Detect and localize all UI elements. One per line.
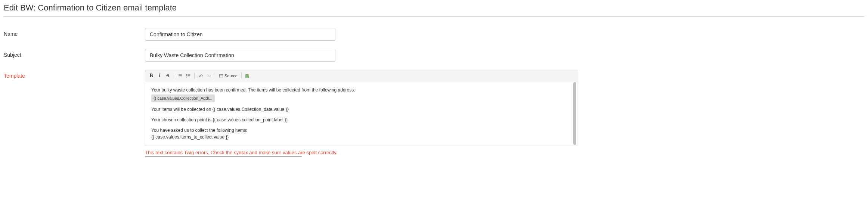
editor-text: {{ case.values.items_to_collect.value }} xyxy=(151,134,229,140)
italic-button[interactable]: I xyxy=(156,72,163,80)
insert-icon xyxy=(245,73,250,78)
strike-button[interactable]: S xyxy=(164,72,171,80)
form-row-name: Name xyxy=(4,28,864,41)
toolbar-separator xyxy=(215,73,215,79)
editor-text: Your items will be collected on {{ case.… xyxy=(151,106,571,113)
bullet-list-icon xyxy=(186,73,191,78)
form-row-template: Template B I S xyxy=(4,70,864,157)
link-icon xyxy=(198,73,203,78)
svg-point-2 xyxy=(186,77,187,77)
svg-rect-3 xyxy=(220,74,223,77)
numbered-list-icon xyxy=(177,73,183,78)
source-icon xyxy=(219,74,223,78)
editor-scrollbar[interactable] xyxy=(573,82,576,145)
unlink-icon xyxy=(206,73,211,78)
subject-input[interactable] xyxy=(145,49,335,62)
unlink-button[interactable] xyxy=(205,72,213,80)
insert-button[interactable] xyxy=(244,72,251,80)
toolbar-separator xyxy=(194,73,195,79)
editor-text: Your chosen collection point is {{ case.… xyxy=(151,116,571,123)
editor-content[interactable]: Your bulky waste collection has been con… xyxy=(145,81,577,146)
toolbar-separator xyxy=(241,73,242,79)
template-error-message: This text contains Twig errors. Check th… xyxy=(145,150,337,155)
subject-label: Subject xyxy=(4,49,145,58)
toolbar-separator xyxy=(174,73,174,79)
svg-point-1 xyxy=(186,75,187,76)
error-underline xyxy=(145,156,302,157)
bold-button[interactable]: B xyxy=(148,72,155,80)
source-button[interactable]: Source xyxy=(217,72,239,80)
template-variable-chip[interactable]: {{ case.values.Collection_Addr... xyxy=(151,94,215,102)
editor-text: You have asked us to collect the followi… xyxy=(151,128,247,133)
form-row-subject: Subject xyxy=(4,49,864,62)
template-label: Template xyxy=(4,70,145,79)
source-label: Source xyxy=(224,74,238,78)
name-input[interactable] xyxy=(145,28,335,41)
link-button[interactable] xyxy=(197,72,204,80)
page-title: Edit BW: Confirmation to Citizen email t… xyxy=(4,0,864,17)
bullet-list-button[interactable] xyxy=(185,72,192,80)
editor-text: Your bulky waste collection has been con… xyxy=(151,87,355,93)
editor-toolbar: B I S Sourc xyxy=(145,70,577,81)
rich-text-editor: B I S Sourc xyxy=(145,70,577,146)
name-label: Name xyxy=(4,28,145,37)
numbered-list-button[interactable] xyxy=(176,72,184,80)
svg-point-0 xyxy=(186,74,187,75)
